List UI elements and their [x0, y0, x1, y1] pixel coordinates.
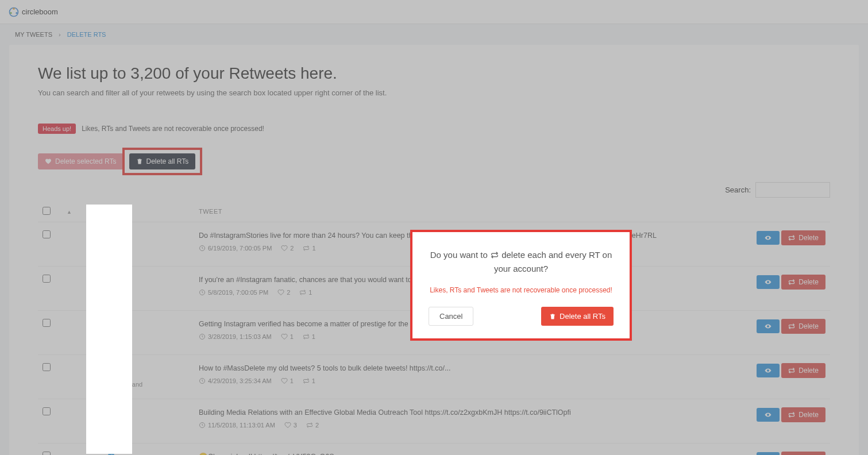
trash-icon — [549, 313, 556, 320]
confirm-delete-all-button[interactable]: Delete all RTs — [541, 307, 614, 326]
modal-question: Do you want to delete each and every RT … — [429, 248, 614, 276]
cancel-button[interactable]: Cancel — [429, 307, 473, 326]
highlight-modal: Do you want to delete each and every RT … — [410, 230, 632, 341]
modal-warning: Likes, RTs and Tweets are not recoverabl… — [429, 286, 614, 294]
confirm-modal: Do you want to delete each and every RT … — [412, 232, 630, 338]
redaction-block — [86, 205, 132, 454]
retweet-icon — [490, 251, 499, 259]
